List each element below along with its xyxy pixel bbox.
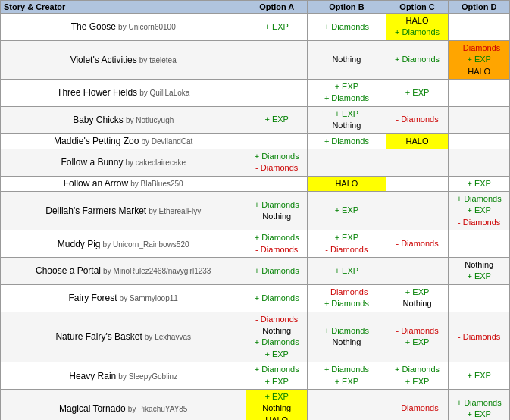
story-cell: Fairy Forest by Sammyloop11 bbox=[1, 284, 246, 312]
story-title: Delilah's Farmers Market bbox=[45, 205, 146, 216]
option-c-cell bbox=[386, 192, 449, 230]
table-row: Baby Chicks by Notlucyugh+ EXP+ EXPNothi… bbox=[1, 106, 510, 133]
option-d-cell bbox=[449, 133, 510, 149]
option-d-cell bbox=[449, 106, 510, 133]
story-cell: Maddie's Petting Zoo by DevilandCat bbox=[1, 133, 246, 149]
cell-line: + EXP bbox=[311, 205, 383, 216]
cell-line: - Diamonds bbox=[390, 403, 446, 414]
option-b-content: + Diamonds bbox=[311, 21, 383, 33]
option-a-cell: + Diamonds- Diamonds bbox=[246, 230, 308, 258]
cell-line: Nothing bbox=[390, 298, 446, 309]
option-d-cell bbox=[449, 230, 510, 258]
option-c-cell: + EXPNothing bbox=[386, 284, 449, 312]
cell-line: - Diamonds bbox=[249, 244, 304, 255]
story-author: by SleepyGoblinz bbox=[118, 372, 177, 381]
cell-line: + EXP bbox=[311, 108, 383, 120]
cell-line: + EXP bbox=[452, 205, 506, 216]
option-d-cell bbox=[449, 284, 510, 312]
story-author: by MinoRulez2468/navygirl1233 bbox=[103, 267, 211, 275]
cell-line: HALO bbox=[390, 136, 446, 147]
option-b-content: HALO bbox=[311, 178, 383, 190]
story-title: Three Flower Fields bbox=[57, 87, 137, 98]
option-b-content: + EXPNothing bbox=[311, 108, 383, 132]
table-row: Maddie's Petting Zoo by DevilandCat+ Dia… bbox=[1, 133, 510, 149]
option-d-cell bbox=[449, 79, 510, 106]
cell-line: + Diamonds bbox=[249, 199, 304, 211]
cell-line: - Diamonds bbox=[452, 331, 506, 343]
option-c-cell bbox=[386, 176, 449, 191]
option-b-cell: + EXP+ Diamonds bbox=[308, 79, 386, 106]
cell-line: + Diamonds bbox=[311, 325, 383, 337]
option-a-cell: + DiamondsNothing bbox=[246, 192, 308, 230]
cell-line: HALO bbox=[452, 66, 506, 77]
option-a-cell: + Diamonds- Diamonds bbox=[246, 149, 308, 176]
cell-line: - Diamonds bbox=[249, 162, 304, 174]
option-d-cell: + EXP bbox=[449, 362, 510, 390]
option-a-content: + Diamonds+ EXP bbox=[249, 364, 304, 387]
cell-line: + Diamonds bbox=[249, 151, 304, 162]
option-b-content: + Diamonds bbox=[311, 136, 383, 147]
option-d-content: - Diamonds bbox=[452, 331, 506, 343]
option-b-cell: + EXP bbox=[308, 192, 386, 230]
option-a-cell: + EXP bbox=[246, 106, 308, 133]
story-title: Follow an Arrow bbox=[64, 178, 128, 189]
option-a-content: + Diamonds bbox=[249, 265, 304, 277]
option-b-content: + EXP bbox=[311, 265, 383, 277]
option-b-cell: + EXPNothing bbox=[308, 106, 386, 133]
story-title: Choose a Portal bbox=[36, 265, 101, 276]
cell-line: Nothing bbox=[311, 54, 383, 65]
option-c-content: + Diamonds bbox=[390, 54, 446, 65]
option-c-content: HALO bbox=[390, 136, 446, 147]
option-c-cell bbox=[386, 149, 449, 176]
cell-line: + EXP bbox=[390, 376, 446, 387]
cell-line: - Diamonds bbox=[452, 217, 506, 228]
option-d-cell: - Diamonds+ EXPHALO bbox=[449, 40, 510, 79]
story-title: Heavy Rain bbox=[69, 371, 116, 381]
cell-line: - Diamonds bbox=[452, 42, 506, 54]
cell-line: + EXP bbox=[311, 376, 383, 387]
option-d-cell: + EXP bbox=[449, 176, 510, 191]
cell-line: + Diamonds bbox=[249, 265, 304, 277]
cell-line: + Diamonds bbox=[249, 293, 304, 304]
story-title: Fairy Forest bbox=[69, 293, 117, 303]
cell-line: + Diamonds bbox=[311, 136, 383, 147]
cell-line: + EXP bbox=[249, 114, 304, 125]
cell-line: + EXP bbox=[311, 81, 383, 92]
option-b-cell: + Diamonds+ EXP bbox=[308, 362, 386, 390]
table-row: Follow a Bunny by cakeclairecake+ Diamon… bbox=[1, 149, 510, 176]
option-c-cell: - Diamonds bbox=[386, 106, 449, 133]
option-c-content: - Diamonds bbox=[390, 238, 446, 249]
option-c-cell: + Diamonds+ EXP bbox=[386, 362, 449, 390]
story-cell: Delilah's Farmers Market by EtherealFlyy bbox=[1, 192, 246, 230]
story-cell: Heavy Rain by SleepyGoblinz bbox=[1, 362, 246, 390]
option-b-cell bbox=[308, 389, 386, 420]
option-d-cell: Nothing+ EXP bbox=[449, 258, 510, 285]
cell-line: + Diamonds bbox=[452, 193, 506, 205]
cell-line: HALO bbox=[249, 415, 304, 420]
option-b-cell: - Diamonds+ Diamonds bbox=[308, 284, 386, 312]
option-b-content: + EXP- Diamonds bbox=[311, 232, 383, 255]
story-cell: Nature Fairy's Basket by Lexhavvas bbox=[1, 312, 246, 362]
cell-line: - Diamonds bbox=[390, 325, 446, 337]
story-author: by Sammyloop11 bbox=[120, 294, 178, 302]
option-c-content: - Diamonds+ EXP bbox=[390, 325, 446, 349]
option-a-cell: + Diamonds+ EXP bbox=[246, 362, 308, 390]
option-b-content: + EXP bbox=[311, 205, 383, 216]
cell-line: + EXP bbox=[249, 349, 304, 360]
cell-line: + Diamonds bbox=[311, 92, 383, 104]
cell-line: Nothing bbox=[311, 120, 383, 131]
cell-line: HALO bbox=[390, 15, 446, 27]
option-a-content: + Diamonds- Diamonds bbox=[249, 151, 304, 174]
option-b-content: + Diamonds+ EXP bbox=[311, 364, 383, 387]
cell-line: Nothing bbox=[249, 403, 304, 414]
table-row: Muddy Pig by Unicorn_Rainbows520+ Diamon… bbox=[1, 230, 510, 258]
cell-line: + EXP bbox=[452, 409, 506, 420]
cell-line: + EXP bbox=[311, 232, 383, 243]
option-c-cell: + Diamonds bbox=[386, 40, 449, 79]
option-a-cell bbox=[246, 133, 308, 149]
cell-line: + Diamonds bbox=[390, 54, 446, 65]
option-a-cell bbox=[246, 40, 308, 79]
cell-line: - Diamonds bbox=[311, 244, 383, 255]
option-d-content: + Diamonds+ EXP bbox=[452, 397, 506, 420]
option-c-cell: HALO+ Diamonds bbox=[386, 14, 449, 41]
